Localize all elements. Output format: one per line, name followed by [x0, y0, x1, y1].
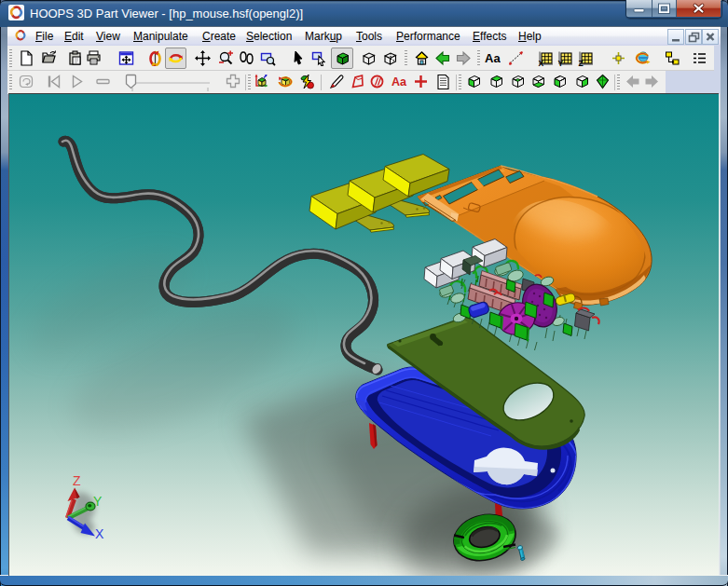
- svg-text:Aa: Aa: [391, 75, 407, 89]
- svg-text:Y: Y: [93, 494, 103, 509]
- svg-text:Aa: Aa: [485, 51, 501, 65]
- svg-text:Y: Y: [558, 59, 564, 67]
- svg-text:X: X: [95, 526, 104, 541]
- svg-text:X: X: [539, 59, 544, 67]
- svg-text:Z: Z: [579, 59, 584, 67]
- svg-text:Z: Z: [73, 473, 81, 488]
